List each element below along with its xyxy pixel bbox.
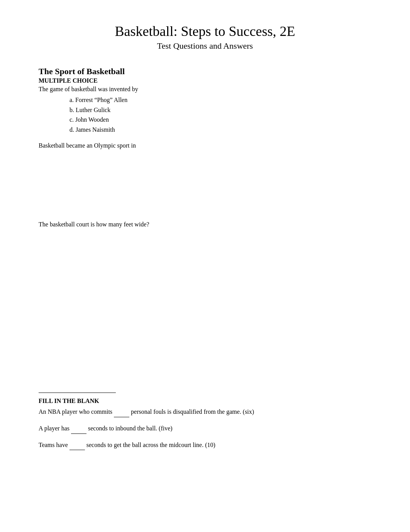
fill-q1-blank [114, 407, 129, 417]
fill-question-2: A player has seconds to inbound the ball… [39, 423, 371, 434]
page-title: Basketball: Steps to Success, 2E [39, 23, 371, 39]
fill-q1-after: personal fouls is disqualified from the … [131, 408, 254, 415]
section-title: The Sport of Basketball [39, 66, 371, 76]
fill-q3-before: Teams have [39, 442, 68, 448]
question-2-text: Basketball became an Olympic sport in [39, 142, 371, 149]
question-block-3: The basketball court is how many feet wi… [39, 221, 371, 385]
choice-1d: d. James Naismith [69, 125, 371, 135]
question-1-text: The game of basketball was invented by [39, 86, 371, 93]
fill-q1-before: An NBA player who commits [39, 408, 112, 415]
fill-question-3: Teams have seconds to get the ball acros… [39, 440, 371, 450]
fill-q2-before: A player has [39, 425, 69, 432]
question-block-1: The game of basketball was invented by a… [39, 86, 371, 134]
fill-q3-after: seconds to get the ball across the midco… [86, 442, 215, 448]
question-3-text: The basketball court is how many feet wi… [39, 221, 371, 228]
fill-q2-after: seconds to inbound the ball. (five) [88, 425, 173, 432]
choice-1b: b. Luther Gulick [69, 105, 371, 115]
page-subtitle: Test Questions and Answers [39, 41, 371, 51]
choice-1c: c. John Wooden [69, 115, 371, 125]
fill-section: FILL IN THE BLANK An NBA player who comm… [39, 398, 371, 450]
fill-q2-blank [71, 423, 86, 434]
section-divider [39, 393, 116, 393]
page: Basketball: Steps to Success, 2E Test Qu… [0, 0, 410, 532]
choice-1a: a. Forrest “Phog” Allen [69, 95, 371, 105]
page-header: Basketball: Steps to Success, 2E Test Qu… [39, 23, 371, 51]
fill-question-1: An NBA player who commits personal fouls… [39, 407, 371, 417]
fill-section-label: FILL IN THE BLANK [39, 398, 371, 405]
question-2-spacer [39, 151, 371, 213]
section-type: MULTIPLE CHOICE [39, 77, 371, 84]
fill-q3-blank [69, 440, 85, 450]
question-block-2: Basketball became an Olympic sport in [39, 142, 371, 213]
question-1-choices: a. Forrest “Phog” Allen b. Luther Gulick… [69, 95, 371, 134]
question-3-spacer [39, 230, 371, 385]
